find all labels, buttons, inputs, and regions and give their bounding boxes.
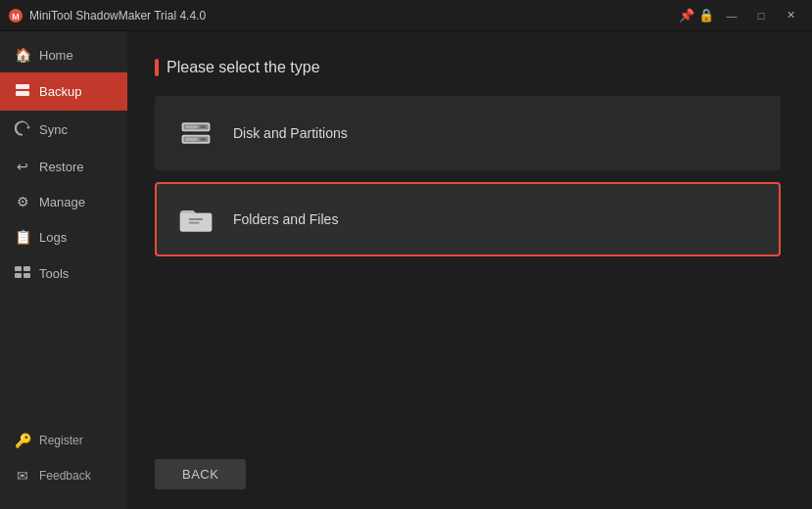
disk-partitions-icon xyxy=(176,114,215,153)
svg-rect-15 xyxy=(201,138,206,141)
backup-icon xyxy=(14,82,31,101)
option-disk-partitions[interactable]: Disk and Partitions xyxy=(155,96,781,170)
app-logo: M xyxy=(8,8,24,23)
svg-text:M: M xyxy=(12,12,20,22)
sidebar-label-sync: Sync xyxy=(39,122,68,137)
svg-rect-7 xyxy=(24,273,30,278)
svg-rect-16 xyxy=(189,218,203,220)
svg-rect-5 xyxy=(24,266,30,271)
home-icon: 🏠 xyxy=(14,47,31,63)
sidebar-item-feedback[interactable]: ✉ Feedback xyxy=(0,458,127,493)
sidebar-label-manage: Manage xyxy=(39,195,85,209)
restore-icon: ↩ xyxy=(14,159,31,174)
sidebar-item-register[interactable]: 🔑 Register xyxy=(0,423,127,458)
app-title: MiniTool ShadowMaker Trial 4.4.0 xyxy=(29,9,679,23)
app-body: 🏠 Home Backup Sync xyxy=(0,31,812,509)
sidebar-item-backup[interactable]: Backup xyxy=(0,72,127,111)
sidebar-label-register: Register xyxy=(39,434,83,447)
manage-icon: ⚙ xyxy=(14,194,31,209)
svg-rect-17 xyxy=(189,222,200,224)
svg-rect-14 xyxy=(185,138,198,142)
sidebar-item-logs[interactable]: 📋 Logs xyxy=(0,219,127,254)
sync-icon xyxy=(14,120,31,139)
sidebar-nav: 🏠 Home Backup Sync xyxy=(0,31,127,413)
svg-rect-4 xyxy=(15,266,22,271)
sidebar-item-tools[interactable]: Tools xyxy=(0,254,127,293)
pin-icon[interactable]: 📌 xyxy=(679,8,694,23)
sidebar-label-restore: Restore xyxy=(39,160,84,174)
sidebar-bottom: 🔑 Register ✉ Feedback xyxy=(0,413,127,509)
section-title: Please select the type xyxy=(155,59,781,76)
register-icon: 🔑 xyxy=(14,433,31,448)
sidebar-label-logs: Logs xyxy=(39,230,67,245)
svg-rect-10 xyxy=(185,125,198,129)
sidebar: 🏠 Home Backup Sync xyxy=(0,31,127,509)
sidebar-item-home[interactable]: 🏠 Home xyxy=(0,37,127,72)
minimize-button[interactable]: — xyxy=(718,5,745,26)
feedback-icon: ✉ xyxy=(14,468,31,484)
window-controls: — □ ✕ xyxy=(718,5,804,26)
sidebar-item-sync[interactable]: Sync xyxy=(0,111,127,149)
sidebar-label-feedback: Feedback xyxy=(39,469,91,483)
lock-icon[interactable]: 🔒 xyxy=(698,8,714,23)
sidebar-item-manage[interactable]: ⚙ Manage xyxy=(0,184,127,219)
sidebar-label-backup: Backup xyxy=(39,84,81,99)
title-bar: M MiniTool ShadowMaker Trial 4.4.0 📌 🔒 —… xyxy=(0,0,812,31)
main-content: Please select the type Disk xyxy=(127,31,812,509)
sidebar-label-tools: Tools xyxy=(39,266,69,281)
svg-rect-11 xyxy=(201,125,206,128)
sidebar-item-restore[interactable]: ↩ Restore xyxy=(0,149,127,184)
bottom-bar: BACK xyxy=(155,443,781,489)
option-folders-files[interactable]: Folders and Files xyxy=(155,182,781,256)
folders-files-label: Folders and Files xyxy=(233,211,338,227)
close-button[interactable]: ✕ xyxy=(777,5,804,26)
tools-icon xyxy=(14,264,31,283)
maximize-button[interactable]: □ xyxy=(747,5,775,26)
svg-rect-3 xyxy=(16,91,29,96)
back-button[interactable]: BACK xyxy=(155,459,246,489)
logs-icon: 📋 xyxy=(14,229,31,245)
options-list: Disk and Partitions Folders and Files xyxy=(155,96,781,256)
svg-rect-6 xyxy=(15,273,22,278)
disk-partitions-label: Disk and Partitions xyxy=(233,125,348,141)
sidebar-label-home: Home xyxy=(39,48,73,63)
svg-rect-2 xyxy=(16,84,29,89)
folders-files-icon xyxy=(176,200,215,239)
